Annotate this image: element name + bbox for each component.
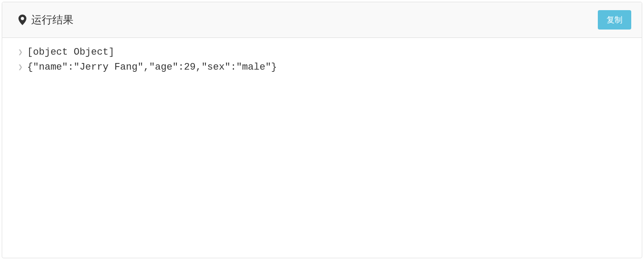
copy-button[interactable]: 复制: [598, 10, 631, 30]
output-area: ❯ [object Object] ❯ {"name":"Jerry Fang"…: [2, 38, 642, 82]
location-icon: [18, 15, 27, 24]
chevron-right-icon: ❯: [18, 60, 23, 75]
result-panel: 运行结果 复制 ❯ [object Object] ❯ {"name":"Jer…: [2, 2, 642, 258]
panel-title: 运行结果: [18, 13, 73, 27]
output-text: {"name":"Jerry Fang","age":29,"sex":"mal…: [27, 60, 277, 75]
chevron-right-icon: ❯: [18, 45, 23, 60]
panel-header: 运行结果 复制: [2, 2, 642, 38]
output-text: [object Object]: [27, 45, 114, 60]
output-line: ❯ [object Object]: [18, 45, 626, 60]
panel-title-text: 运行结果: [31, 13, 73, 27]
output-line: ❯ {"name":"Jerry Fang","age":29,"sex":"m…: [18, 60, 626, 75]
